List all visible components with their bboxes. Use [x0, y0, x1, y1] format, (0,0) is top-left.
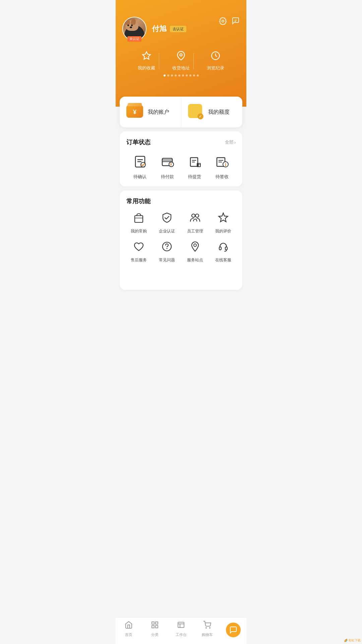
- func-online-service[interactable]: 在线客服: [211, 241, 236, 263]
- location-icon: [176, 51, 186, 62]
- enterprise-cert-label: 企业认证: [159, 228, 175, 234]
- star-icon: [142, 51, 151, 62]
- profile-name: 付旭: [152, 24, 167, 34]
- map-pin-icon: [189, 241, 201, 255]
- question-icon: [161, 241, 173, 255]
- common-functions-header: 常用功能: [126, 197, 236, 205]
- svg-point-5: [180, 54, 182, 56]
- func-my-review[interactable]: 我的评价: [211, 212, 236, 234]
- order-status-header: 订单状态 全部 ›: [126, 138, 236, 146]
- svg-rect-27: [135, 216, 143, 222]
- pending-sign-label: 待签收: [216, 174, 229, 180]
- func-enterprise-cert[interactable]: 企业认证: [155, 212, 179, 234]
- quick-link-favorites[interactable]: 我的收藏: [138, 51, 155, 71]
- func-faq[interactable]: 常见问题: [155, 241, 179, 263]
- account-card: ¥ 我的账户 ✓ 我的额度: [120, 97, 242, 127]
- svg-marker-4: [142, 52, 150, 59]
- online-service-label: 在线客服: [215, 257, 231, 263]
- my-quota-label: 我的额度: [208, 109, 230, 116]
- dot-7: [186, 74, 188, 76]
- quick-link-history[interactable]: 浏览纪录: [207, 51, 224, 71]
- common-functions-section: 常用功能 我的常购 企业认证: [120, 191, 242, 290]
- my-account-item[interactable]: ¥ 我的账户: [120, 97, 181, 127]
- dot-10: [197, 74, 199, 76]
- pending-pickup-icon: [186, 153, 203, 170]
- avatar-wrap[interactable]: 未认证: [122, 17, 146, 41]
- pending-confirm-icon: [131, 153, 149, 170]
- svg-point-33: [167, 248, 168, 249]
- my-review-label: 我的评价: [215, 228, 231, 234]
- order-pending-pickup[interactable]: 待提货: [186, 153, 203, 180]
- my-quota-item[interactable]: ✓ 我的额度: [181, 97, 243, 127]
- dot-8: [189, 74, 191, 76]
- dot-5: [178, 74, 180, 76]
- pending-confirm-label: 待确认: [133, 174, 146, 180]
- order-pending-pay[interactable]: ¥ 待付款: [159, 153, 176, 180]
- favorites-label: 我的收藏: [138, 65, 155, 71]
- func-after-sales[interactable]: 售后服务: [126, 241, 151, 263]
- func-service-point[interactable]: 服务站点: [183, 241, 207, 263]
- header-icons: [219, 17, 240, 27]
- order-pending-confirm[interactable]: 待确认: [131, 153, 149, 180]
- headphones-icon: [218, 241, 229, 255]
- message-icon[interactable]: [232, 17, 240, 27]
- svg-marker-31: [219, 213, 228, 222]
- pending-pickup-label: 待提货: [188, 174, 201, 180]
- header-background: 未认证 付旭 去认证: [116, 0, 246, 107]
- my-frequent-label: 我的常购: [131, 228, 147, 234]
- dot-3: [171, 74, 173, 76]
- pending-sign-icon: [213, 153, 231, 170]
- common-functions-title: 常用功能: [126, 197, 150, 205]
- pending-pay-label: 待付款: [161, 174, 174, 180]
- dot-2: [167, 74, 169, 76]
- after-sales-label: 售后服务: [131, 257, 147, 263]
- dots-indicator: [122, 74, 240, 80]
- dot-9: [193, 74, 195, 76]
- order-status-title: 订单状态: [126, 138, 150, 146]
- dot-1: [164, 74, 166, 76]
- functions-grid: 我的常购 企业认证 员工管理: [126, 212, 236, 263]
- settings-icon[interactable]: [219, 17, 227, 27]
- dot-6: [182, 74, 184, 76]
- verify-button[interactable]: 去认证: [170, 26, 186, 32]
- unverified-badge: 未认证: [127, 36, 141, 42]
- func-my-frequent[interactable]: 我的常购: [126, 212, 151, 234]
- svg-marker-0: [220, 17, 226, 25]
- svg-rect-12: [162, 160, 172, 162]
- service-point-label: 服务站点: [187, 257, 203, 263]
- clock-icon: [211, 51, 220, 62]
- pending-pay-icon: ¥: [159, 153, 176, 170]
- svg-point-29: [192, 214, 195, 217]
- svg-rect-36: [225, 247, 227, 250]
- address-label: 收货地址: [172, 65, 190, 71]
- history-label: 浏览纪录: [207, 65, 224, 71]
- employee-mgmt-label: 员工管理: [187, 228, 203, 234]
- svg-text:¥: ¥: [170, 163, 172, 166]
- svg-point-30: [195, 214, 199, 217]
- order-status-more[interactable]: 全部 ›: [225, 139, 236, 145]
- order-icons-row: 待确认 ¥ 待付款: [126, 153, 236, 180]
- account-row: ¥ 我的账户 ✓ 我的额度: [120, 97, 242, 127]
- dot-4: [175, 74, 177, 76]
- quick-links: 我的收藏 收货地址 浏览纪录: [122, 41, 240, 74]
- shield-check-icon: [161, 212, 173, 226]
- people-icon: [189, 212, 201, 226]
- order-status-section: 订单状态 全部 › 待确认: [120, 131, 242, 186]
- faq-label: 常见问题: [159, 257, 175, 263]
- svg-point-34: [194, 244, 196, 247]
- order-pending-sign[interactable]: 待签收: [213, 153, 231, 180]
- svg-rect-35: [219, 247, 221, 250]
- star-outline-icon: [218, 212, 229, 226]
- func-employee-mgmt[interactable]: 员工管理: [183, 212, 207, 234]
- heart-icon: [133, 241, 144, 255]
- my-account-label: 我的账户: [148, 109, 169, 116]
- shopping-bag-icon: [133, 212, 144, 226]
- svg-point-1: [222, 20, 224, 22]
- quick-link-address[interactable]: 收货地址: [172, 51, 190, 71]
